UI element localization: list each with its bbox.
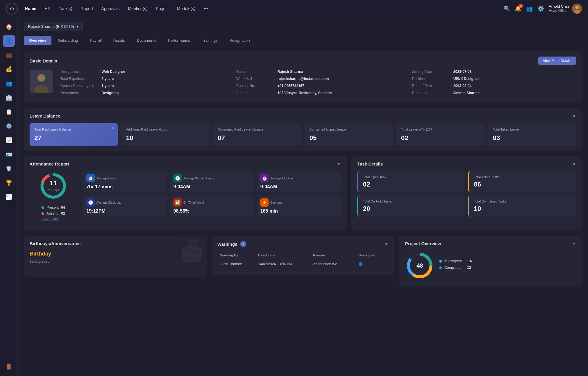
stat-avg-worked: 🕐 Average Worked Hours 9:04AM — [170, 171, 254, 192]
table-row: Vidhi Thakore 24/07/2024 , 3:06 PM Atten… — [218, 260, 388, 269]
view-more-details-button[interactable]: View More Details — [538, 57, 576, 65]
users-icon[interactable]: 👥 — [526, 5, 533, 12]
warnings-count-badge: 3 — [240, 241, 246, 247]
nav-approvals[interactable]: Approvals — [101, 6, 119, 11]
tab-onboarding[interactable]: Onboarding — [53, 36, 83, 45]
sidebar-item-team[interactable]: 👥 — [3, 78, 15, 89]
details-col-1: Designation:Web Designer Total Experienc… — [60, 70, 224, 98]
attendance-inner: 11 /23 Days Present 04 — [30, 171, 341, 221]
leave-card-additional: Additional Paid Leave Hours 10 — [121, 123, 209, 146]
absent-dot — [41, 212, 44, 215]
avg-worked-icon: 🕐 — [173, 174, 182, 182]
nav-modules[interactable]: Module(s) — [177, 6, 195, 11]
sidebar-item-awards[interactable]: 🏆 — [3, 177, 15, 189]
project-header: Project Overview ▼ — [405, 241, 576, 246]
attendance-donut-section: 11 /23 Days Present 04 — [30, 171, 77, 221]
ontime-icon: ✅ — [173, 198, 182, 207]
warnings-col-reason: Reason — [311, 252, 355, 259]
tab-documents[interactable]: Documents — [132, 36, 162, 45]
attendance-donut: 11 /23 Days — [38, 171, 68, 201]
user-profile[interactable]: Arnold Criss Head Office — [549, 4, 582, 14]
project-donut-center: 48 — [416, 262, 423, 269]
project-card: Project Overview ▼ — [399, 236, 582, 286]
sidebar-item-org[interactable]: 🏢 — [3, 92, 15, 104]
tab-trainings[interactable]: Trainings — [197, 36, 223, 45]
tab-payroll[interactable]: Payroll — [85, 36, 107, 45]
nav-report[interactable]: Report — [80, 6, 93, 11]
employee-selector-label: Rajesh Sharma (BIZ-0039) — [28, 24, 74, 29]
details-col-2: Name:Rajesh Sharma Work Mail:rajeshsharm… — [236, 70, 400, 98]
sidebar-item-home[interactable]: 🏠 — [3, 21, 15, 33]
basic-details-grid: Designation:Web Designer Total Experienc… — [30, 70, 576, 98]
attendance-filter-icon[interactable]: ▼ — [337, 162, 341, 166]
task-filter-icon[interactable]: ▼ — [572, 162, 576, 166]
stat-ontime: ✅ On-Time Arrival 98.56% — [170, 195, 254, 217]
nav-project[interactable]: Project — [156, 6, 169, 11]
warnings-title: Warnings — [217, 242, 238, 247]
sidebar-item-settings[interactable]: ⚙️ — [3, 120, 15, 132]
task-card-completed: Total Completed Tasks 10 — [468, 195, 576, 217]
top-navigation: ⊙ Home HR Task(s) Report Approvals Meeti… — [0, 0, 588, 17]
warnings-header: Warnings 3 ▼ — [217, 241, 389, 247]
task-details-title: Task Details — [357, 161, 383, 166]
sidebar-item-tasks[interactable]: 📋 — [3, 106, 15, 118]
leave-cards: Total Paid Leave Balance 27 Additional P… — [30, 123, 576, 146]
stat-avg-clockin: ⏱️ Average Clock-in 9:04AM — [257, 171, 341, 192]
task-details-section: Task Details ▼ Total Open Task 02 Total … — [351, 156, 582, 231]
nav-meetings[interactable]: Meeting(s) — [128, 6, 148, 11]
sidebar-item-analytics[interactable]: 📉 — [3, 191, 15, 203]
basic-details-section: Basic Details View More Details Designat… — [24, 51, 582, 103]
sidebar-item-reports[interactable]: 📈 — [3, 134, 15, 146]
warnings-col-by: Warning By — [218, 252, 255, 259]
warning-desc-cell[interactable]: 🔵 — [356, 260, 388, 269]
user-name: Arnold Criss — [549, 4, 570, 9]
birthdays-title: Birthdays/Anniversaries — [30, 241, 201, 246]
task-details-card: Task Details ▼ Total Open Task 02 Total … — [351, 156, 582, 231]
user-avatar — [572, 4, 582, 14]
stat-avg-hours: ⏰ Average Hours 7hr 17 mins — [83, 171, 167, 192]
attendance-report-section: Attendance Report ▼ — [24, 156, 347, 231]
leave-card-dot — [112, 127, 114, 129]
svg-point-1 — [575, 6, 579, 9]
notifications-icon[interactable]: 🔔 1 — [515, 5, 521, 12]
tab-performance[interactable]: Performance — [163, 36, 195, 45]
leave-filter-icon[interactable]: ▼ — [572, 114, 576, 118]
search-icon[interactable]: 🔍 — [504, 5, 510, 12]
sidebar-item-payroll[interactable]: 💰 — [3, 63, 15, 75]
warnings-card: Warnings 3 ▼ Warning By Date / Time Reas… — [211, 236, 395, 275]
warning-by-cell: Vidhi Thakore — [218, 260, 255, 269]
sidebar-item-id[interactable]: 🪪 — [3, 149, 15, 160]
sidebar: 🏠 👤 💼 💰 👥 🏢 📋 ⚙️ 📈 🪪 🛡️ 🏆 📉 🚪 — [0, 17, 18, 376]
project-donut-container: 48 In Progress : 16 Completed : 12 — [405, 251, 576, 280]
sidebar-item-briefcase[interactable]: 💼 — [3, 49, 15, 61]
tab-overview[interactable]: Overview — [24, 36, 51, 45]
warning-datetime-cell: 24/07/2024 , 3:06 PM — [256, 260, 310, 269]
tab-assets[interactable]: Assets — [108, 36, 130, 45]
nav-links: Home HR Task(s) Report Approvals Meeting… — [25, 6, 504, 11]
settings-icon[interactable]: ⚙️ — [537, 5, 544, 12]
warnings-filter-icon[interactable]: ▼ — [384, 242, 388, 246]
sidebar-item-employee[interactable]: 👤 — [3, 35, 15, 47]
chevron-down-icon: ▾ — [76, 24, 78, 29]
view-status-link[interactable]: View Status — [41, 217, 65, 221]
nav-hr[interactable]: HR — [45, 6, 51, 11]
leave-card-total-paid: Total Paid Leave Balance 27 — [30, 123, 118, 146]
tab-resignation[interactable]: Resignation — [224, 36, 255, 45]
nav-tasks[interactable]: Task(s) — [59, 6, 72, 11]
details-columns: Designation:Web Designer Total Experienc… — [60, 70, 576, 98]
notification-badge: 1 — [519, 4, 523, 8]
overtime-icon: ⚡ — [260, 198, 269, 207]
birthday-content: Birthdays/Anniversaries Birthday 19 Aug … — [30, 241, 201, 263]
project-filter-icon[interactable]: ▼ — [572, 241, 576, 246]
present-dot — [41, 206, 44, 209]
sidebar-item-shield[interactable]: 🛡️ — [3, 163, 15, 175]
nav-home[interactable]: Home — [25, 6, 36, 11]
main-content: Rajesh Sharma (BIZ-0039) ▾ Overview Onbo… — [18, 17, 588, 376]
nav-more[interactable]: ••• — [204, 6, 208, 11]
employee-selector[interactable]: Rajesh Sharma (BIZ-0039) ▾ — [24, 22, 83, 31]
birthdays-section: 🎂 Birthdays/Anniversaries Birthday 19 Au… — [24, 236, 207, 286]
stat-avg-clockout: 🕔 Average Clock-out 19:12PM — [83, 195, 167, 217]
app-logo[interactable]: ⊙ — [6, 3, 18, 15]
sidebar-item-exit[interactable]: 🚪 — [3, 361, 15, 372]
attendance-donut-center: 11 /23 Days — [47, 179, 59, 192]
